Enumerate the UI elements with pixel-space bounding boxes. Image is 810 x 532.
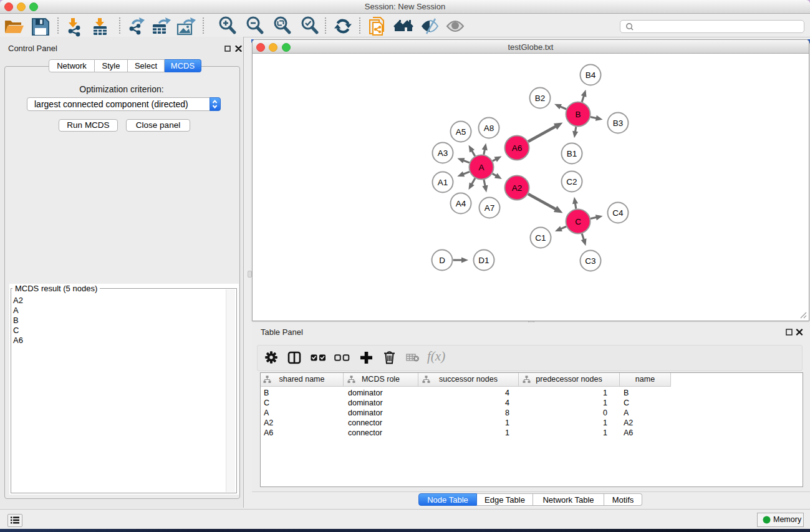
svg-text:D: D xyxy=(439,256,445,265)
svg-text:B: B xyxy=(575,110,581,119)
svg-text:A4: A4 xyxy=(456,199,466,208)
svg-text:B4: B4 xyxy=(586,70,596,80)
svg-text:C1: C1 xyxy=(535,233,546,243)
svg-text:C2: C2 xyxy=(566,177,577,186)
svg-text:B1: B1 xyxy=(567,149,577,158)
svg-text:D1: D1 xyxy=(478,256,489,265)
svg-text:C4: C4 xyxy=(612,208,624,218)
svg-text:A6: A6 xyxy=(512,143,523,153)
svg-text:A1: A1 xyxy=(438,178,448,187)
svg-text:C: C xyxy=(575,217,581,226)
svg-text:A2: A2 xyxy=(512,183,523,193)
svg-text:B3: B3 xyxy=(613,118,624,128)
svg-text:C3: C3 xyxy=(585,256,595,266)
svg-text:B2: B2 xyxy=(535,94,546,103)
svg-text:A5: A5 xyxy=(456,127,466,137)
svg-text:A7: A7 xyxy=(485,203,495,213)
svg-text:A3: A3 xyxy=(438,148,448,158)
svg-text:A8: A8 xyxy=(484,123,494,133)
svg-text:A: A xyxy=(478,163,484,172)
